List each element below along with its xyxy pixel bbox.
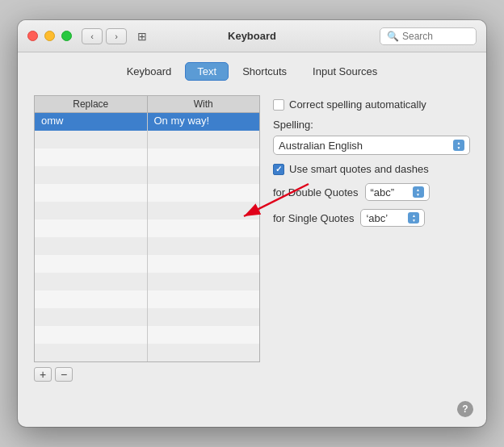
search-icon: 🔍 (387, 31, 399, 42)
spelling-label: Spelling: (273, 119, 470, 131)
double-quotes-value: “abc” (371, 186, 395, 198)
spelling-value: Australian English (279, 140, 363, 152)
tabs-bar: Keyboard Text Shortcuts Input Sources (18, 52, 486, 89)
tab-input-sources[interactable]: Input Sources (300, 62, 389, 81)
right-panel: Correct spelling automatically Spelling:… (273, 95, 470, 382)
remove-row-button[interactable]: − (55, 367, 73, 382)
tab-text[interactable]: Text (185, 62, 229, 81)
cell-replace: omw (35, 113, 148, 131)
smart-quotes-label: Use smart quotes and dashes (289, 163, 429, 175)
left-panel: Replace With omw On my way! (34, 95, 260, 382)
double-quotes-label: for Double Quotes (273, 186, 359, 198)
correct-spelling-checkbox[interactable] (273, 99, 284, 111)
single-quotes-arrow-icon (408, 212, 419, 224)
spelling-dropdown[interactable]: Australian English (273, 136, 470, 155)
tab-shortcuts[interactable]: Shortcuts (230, 62, 299, 81)
traffic-lights (27, 31, 72, 41)
back-button[interactable]: ‹ (82, 28, 103, 44)
single-quotes-value: ‘abc’ (366, 212, 388, 224)
forward-button[interactable]: › (106, 28, 127, 44)
table-row[interactable] (35, 184, 259, 202)
table-row[interactable] (35, 166, 259, 184)
table-row[interactable] (35, 131, 259, 148)
smart-quotes-row: Use smart quotes and dashes (273, 163, 470, 175)
bottom-bar: ? (18, 395, 486, 427)
table-body[interactable]: omw On my way! (34, 112, 260, 362)
main-content: Replace With omw On my way! (18, 89, 486, 395)
smart-quotes-checkbox[interactable] (273, 164, 284, 175)
table-row[interactable] (35, 255, 259, 273)
help-button[interactable]: ? (457, 401, 473, 417)
table-row[interactable] (35, 326, 259, 344)
table-row[interactable] (35, 237, 259, 255)
correct-spelling-row: Correct spelling automatically (273, 98, 470, 111)
cell-with: On my way! (148, 113, 260, 131)
double-quotes-arrow-icon (413, 186, 424, 198)
titlebar: ‹ › ⊞ Keyboard 🔍 (18, 20, 486, 52)
dropdown-arrow-icon (453, 140, 464, 151)
table-row[interactable] (35, 290, 259, 308)
table-row[interactable] (35, 148, 259, 166)
close-button[interactable] (27, 31, 38, 41)
double-quotes-row: for Double Quotes “abc” (273, 183, 470, 201)
grid-icon[interactable]: ⊞ (133, 28, 151, 44)
column-with: With (148, 96, 260, 112)
search-bar[interactable]: 🔍 (380, 27, 477, 45)
single-quotes-dropdown[interactable]: ‘abc’ (360, 209, 425, 227)
window-title: Keyboard (228, 30, 276, 42)
column-replace: Replace (35, 96, 148, 112)
maximize-button[interactable] (61, 31, 72, 41)
spelling-section: Spelling: Australian English (273, 119, 470, 155)
single-quotes-row: for Single Quotes ‘abc’ (273, 209, 470, 227)
tab-keyboard[interactable]: Keyboard (115, 62, 184, 81)
table-row[interactable] (35, 308, 259, 326)
minimize-button[interactable] (44, 31, 55, 41)
table-row[interactable]: omw On my way! (35, 113, 259, 131)
table-row[interactable] (35, 202, 259, 219)
table-row[interactable] (35, 273, 259, 290)
double-quotes-dropdown[interactable]: “abc” (365, 183, 430, 201)
add-row-button[interactable]: + (34, 367, 52, 382)
correct-spelling-label: Correct spelling automatically (289, 98, 426, 111)
table-row[interactable] (35, 219, 259, 237)
table-row[interactable] (35, 344, 259, 361)
table-header: Replace With (34, 95, 260, 112)
single-quotes-label: for Single Quotes (273, 212, 354, 224)
table-footer: + − (34, 367, 260, 382)
nav-buttons: ‹ › (82, 28, 127, 44)
search-input[interactable] (402, 31, 469, 42)
